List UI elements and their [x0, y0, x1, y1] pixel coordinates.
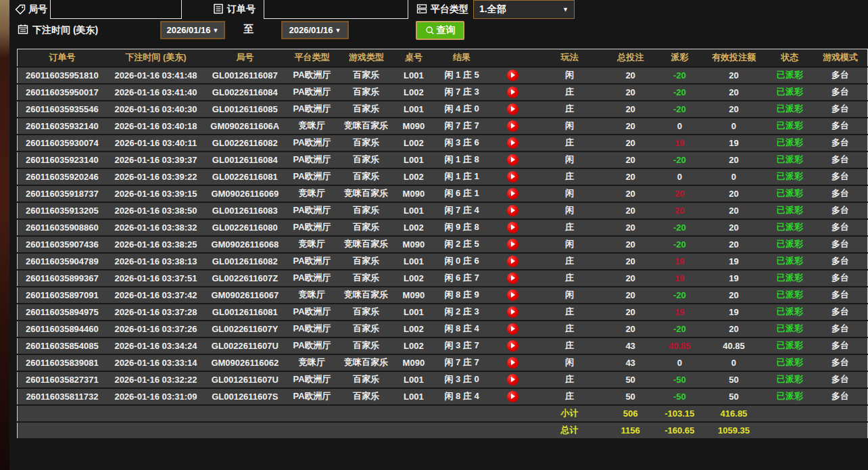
play-video-icon[interactable]	[507, 137, 519, 149]
date-from-picker[interactable]: 2026/01/16 ▼	[160, 21, 225, 39]
play-video-icon[interactable]	[507, 357, 519, 369]
play-video-icon[interactable]	[507, 70, 519, 81]
cell-result: 闲 9 庄 8	[434, 219, 489, 236]
cell-play	[489, 287, 535, 304]
cell-round-id: GL0022611607Y	[205, 321, 285, 337]
play-video-icon[interactable]	[507, 154, 519, 166]
cell-total-bet: 20	[604, 151, 658, 168]
cell-platform: 竞咪厅	[285, 185, 339, 202]
cell-bet-time: 2026-01-16 03:39:22	[107, 168, 205, 185]
cell-bet-time: 2026-01-16 03:32:22	[107, 371, 205, 388]
col-header-status: 状态	[766, 49, 813, 67]
cell-bet-side: 庄	[535, 168, 603, 185]
play-triangle	[511, 208, 515, 213]
background-strip	[0, 0, 9, 470]
col-header-payout: 派彩	[658, 49, 702, 67]
play-video-icon[interactable]	[507, 222, 519, 233]
play-video-icon[interactable]	[507, 239, 519, 250]
cell-order-id: 260116035932140	[18, 118, 107, 135]
cell-result: 闲 1 庄 1	[434, 168, 489, 185]
cell-status: 已派彩	[766, 354, 813, 371]
cell-status: 已派彩	[766, 151, 813, 168]
grand-total-row-platform	[285, 422, 339, 439]
cell-order-id: 260116035950017	[18, 84, 107, 101]
cell-status: 已派彩	[766, 253, 813, 270]
cell-game-type: 百家乐	[339, 371, 393, 388]
cell-game-type: 百家乐	[339, 270, 393, 287]
cell-play	[489, 151, 535, 168]
play-video-icon[interactable]	[507, 391, 519, 402]
cell-bet-side: 庄	[535, 371, 603, 388]
play-video-icon[interactable]	[507, 205, 519, 216]
play-video-icon[interactable]	[507, 374, 519, 385]
cell-valid-bet: 40.85	[702, 337, 766, 354]
play-triangle	[511, 258, 515, 264]
cell-payout: -20	[658, 236, 702, 253]
cell-status: 已派彩	[766, 388, 813, 405]
cell-round-id: GL00126116082	[205, 253, 285, 270]
cell-game-type: 百家乐	[339, 67, 393, 84]
play-triangle	[511, 225, 515, 230]
play-video-icon[interactable]	[507, 256, 519, 267]
subtotal-row-round-id	[205, 405, 285, 422]
cell-play	[489, 337, 535, 354]
cell-bet-time: 2026-01-16 03:38:32	[107, 219, 205, 236]
play-triangle	[511, 157, 515, 162]
col-header-bet-time: 下注时间 (美东)	[107, 49, 205, 67]
cell-payout: 20	[658, 185, 702, 202]
table-row: 2601160359355462026-01-16 03:40:30GL0012…	[18, 101, 868, 118]
play-video-icon[interactable]	[507, 273, 519, 284]
cell-bet-time: 2026-01-16 03:34:24	[107, 337, 205, 354]
cell-status: 已派彩	[766, 168, 813, 185]
col-header-total-bet: 总投注	[604, 49, 658, 67]
play-video-icon[interactable]	[507, 103, 519, 115]
play-video-icon[interactable]	[507, 188, 519, 199]
col-header-order-id: 订单号	[18, 49, 107, 67]
cell-play	[489, 354, 535, 371]
search-button[interactable]: 查询	[416, 21, 464, 40]
cell-game-mode: 多台	[813, 321, 867, 337]
subtotal-row-platform	[285, 405, 339, 422]
cell-status: 已派彩	[766, 84, 813, 101]
cell-game-mode: 多台	[813, 371, 867, 388]
cell-bet-time: 2026-01-16 03:39:37	[107, 151, 205, 168]
cell-platform: PA欧洲厅	[285, 67, 339, 84]
cell-bet-time: 2026-01-16 03:38:25	[107, 236, 205, 253]
play-video-icon[interactable]	[507, 306, 519, 318]
cell-game-mode: 多台	[813, 101, 867, 118]
cell-status: 已派彩	[766, 270, 813, 287]
round-id-input[interactable]	[50, 0, 182, 19]
cell-total-bet: 20	[604, 67, 658, 84]
cell-game-type: 百家乐	[339, 202, 393, 219]
play-video-icon[interactable]	[507, 323, 519, 335]
play-video-icon[interactable]	[507, 120, 519, 132]
cell-game-type: 百家乐	[339, 337, 393, 354]
play-video-icon[interactable]	[507, 87, 519, 98]
cell-valid-bet: 20	[702, 67, 766, 84]
order-id-input[interactable]	[264, 0, 408, 19]
play-triangle	[511, 72, 515, 78]
cell-game-type: 百家乐	[339, 219, 393, 236]
play-triangle	[511, 191, 515, 196]
date-to-picker[interactable]: 2026/01/16 ▼	[281, 21, 349, 39]
cell-bet-side: 闲	[535, 354, 603, 371]
grand-total-row-play	[489, 422, 535, 439]
play-video-icon[interactable]	[507, 340, 519, 352]
cell-play	[489, 67, 535, 84]
cell-round-id: GM09026116069	[205, 185, 285, 202]
cell-play	[489, 321, 535, 337]
play-video-icon[interactable]	[507, 171, 519, 183]
cell-valid-bet: 20	[702, 236, 766, 253]
cell-play	[489, 371, 535, 388]
cell-round-id: GM09026116067	[205, 287, 285, 304]
table-row: 2601160359202462026-01-16 03:39:22GL0022…	[18, 168, 868, 185]
subtotal-row-game-mode	[813, 405, 867, 422]
table-row: 2601160359231402026-01-16 03:39:37GL0012…	[18, 151, 868, 168]
cell-total-bet: 20	[604, 202, 658, 219]
cell-bet-side: 庄	[535, 101, 603, 118]
cell-table-no: M090	[393, 185, 434, 202]
play-video-icon[interactable]	[507, 289, 519, 301]
cell-round-id: GL00126116087	[205, 67, 285, 84]
cell-valid-bet: 50	[702, 388, 766, 405]
platform-type-select[interactable]: 1.全部 ▼	[473, 0, 575, 19]
